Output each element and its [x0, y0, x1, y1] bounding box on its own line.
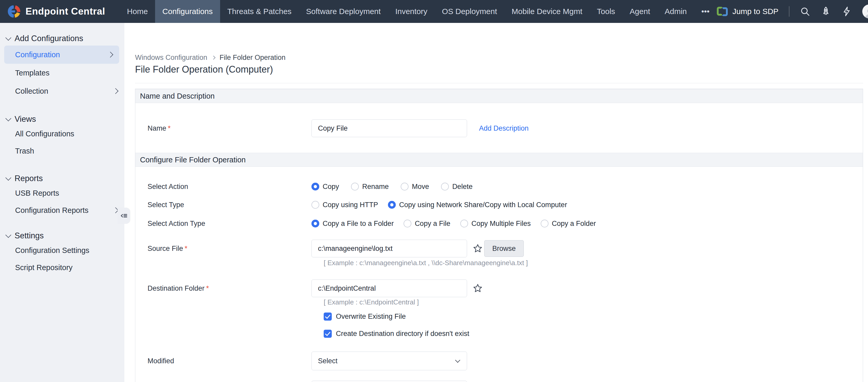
nav-right-cluster: Jump to SDP — [717, 0, 868, 23]
sidebar-section-settings[interactable]: Settings — [0, 230, 124, 242]
form-row-modified: Modified Select — [135, 352, 863, 370]
chevron-down-icon — [5, 116, 11, 122]
nav-item-tools[interactable]: Tools — [590, 0, 622, 23]
chevron-down-icon — [455, 357, 460, 363]
user-avatar[interactable] — [862, 4, 868, 19]
checkbox-overwrite-existing-file[interactable]: Overwrite Existing File — [324, 312, 406, 321]
nav-item-mobile-device-mgmt[interactable]: Mobile Device Mgmt — [504, 0, 590, 23]
chevron-right-icon — [113, 88, 119, 94]
collapse-sidebar-icon — [120, 212, 128, 220]
top-nav: Endpoint Central Home Configurations Thr… — [0, 0, 868, 23]
modified-label: Modified — [135, 357, 311, 365]
form-row-created: Created Select — [135, 381, 863, 382]
radio-icon — [404, 220, 411, 227]
radio-icon — [541, 220, 549, 227]
name-input[interactable] — [311, 120, 467, 137]
sidebar-section-reports[interactable]: Reports — [0, 172, 124, 185]
chevron-down-icon — [5, 175, 11, 181]
sidebar-collapse-button[interactable] — [118, 208, 130, 224]
sidebar-item-templates[interactable]: Templates — [0, 64, 124, 82]
radio-selected-icon — [311, 183, 319, 190]
form-row-select-action-type: Select Action Type Copy a File to a Fold… — [135, 215, 863, 232]
destination-folder-example-text: [ Example : c:\EndpointCentral ] — [324, 298, 419, 306]
sidebar: Add Configurations Configuration Templat… — [0, 23, 124, 382]
select-type-label: Select Type — [135, 201, 311, 209]
radio-move[interactable]: Move — [401, 183, 429, 191]
radio-icon — [351, 183, 359, 190]
radio-icon — [311, 201, 319, 209]
endpoint-central-logo-icon — [8, 5, 20, 18]
favorite-star-icon[interactable] — [473, 283, 483, 293]
page-title: File Folder Operation (Computer) — [135, 64, 273, 75]
form-panel: Name and Description Name* Add Descripti… — [135, 89, 863, 382]
sidebar-section-add-configurations[interactable]: Add Configurations — [0, 33, 124, 44]
chevron-right-icon — [107, 52, 114, 58]
radio-rename[interactable]: Rename — [351, 183, 389, 191]
select-action-label: Select Action — [135, 183, 311, 191]
search-icon[interactable] — [800, 6, 810, 17]
created-select[interactable]: Select — [311, 381, 467, 382]
nav-item-threats-patches[interactable]: Threats & Patches — [220, 0, 299, 23]
radio-copy-multiple-files[interactable]: Copy Multiple Files — [460, 220, 531, 228]
form-row-name: Name* Add Description — [135, 120, 863, 137]
sidebar-item-collection[interactable]: Collection — [0, 82, 124, 100]
checkbox-create-destination-directory[interactable]: Create Destination directory if doesn't … — [324, 329, 469, 338]
chevron-right-icon — [211, 56, 215, 60]
form-row-select-type: Select Type Copy using HTTP Copy using N… — [135, 196, 863, 214]
radio-selected-icon — [388, 201, 396, 209]
checkbox-checked-icon — [324, 330, 332, 338]
source-file-input[interactable] — [311, 240, 467, 257]
divider — [135, 83, 863, 83]
sidebar-item-configuration-reports[interactable]: Configuration Reports — [0, 202, 124, 219]
nav-item-admin[interactable]: Admin — [657, 0, 694, 23]
radio-selected-icon — [311, 220, 319, 227]
destination-folder-input[interactable] — [311, 280, 467, 297]
nav-item-configurations[interactable]: Configurations — [155, 0, 220, 23]
radio-copy-using-network-share[interactable]: Copy using Network Share/Copy with Local… — [388, 201, 567, 209]
nav-item-software-deployment[interactable]: Software Deployment — [299, 0, 388, 23]
divider — [789, 6, 789, 17]
jump-to-sdp-button[interactable]: Jump to SDP — [717, 6, 778, 17]
source-file-label: Source File* — [135, 245, 311, 253]
sidebar-item-configuration[interactable]: Configuration — [4, 45, 119, 64]
nav-item-os-deployment[interactable]: OS Deployment — [435, 0, 504, 23]
form-row-destination-folder: Destination Folder* — [135, 280, 863, 297]
breadcrumb-windows-configuration[interactable]: Windows Configuration — [135, 54, 207, 62]
section-header-configure: Configure File Folder Operation — [135, 153, 863, 167]
quick-actions-bolt-icon[interactable] — [841, 6, 852, 17]
modified-select[interactable]: Select — [311, 352, 467, 370]
sidebar-item-trash[interactable]: Trash — [0, 142, 124, 160]
sidebar-section-views[interactable]: Views — [0, 113, 124, 125]
nav-menu: Home Configurations Threats & Patches So… — [120, 0, 717, 23]
sidebar-item-configuration-settings[interactable]: Configuration Settings — [0, 242, 124, 259]
add-description-link[interactable]: Add Description — [479, 124, 529, 132]
destination-folder-label: Destination Folder* — [135, 284, 311, 292]
checkbox-checked-icon — [324, 313, 332, 321]
brand-name: Endpoint Central — [26, 6, 105, 17]
radio-copy-a-folder[interactable]: Copy a Folder — [541, 220, 596, 228]
nav-item-inventory[interactable]: Inventory — [388, 0, 435, 23]
chevron-down-icon — [5, 232, 11, 238]
whats-new-rocket-icon[interactable] — [820, 6, 831, 17]
radio-copy-file-to-folder[interactable]: Copy a File to a Folder — [311, 220, 394, 228]
required-asterisk: * — [168, 124, 171, 132]
radio-icon — [441, 183, 449, 190]
sidebar-item-usb-reports[interactable]: USB Reports — [0, 185, 124, 202]
source-file-example-text: [ Example : c:\manageengine\a.txt , \\dc… — [324, 259, 528, 267]
sdp-logo-icon — [717, 6, 728, 17]
radio-delete[interactable]: Delete — [441, 183, 472, 191]
radio-copy[interactable]: Copy — [311, 183, 339, 191]
nav-item-more[interactable]: ••• — [694, 0, 717, 23]
select-action-type-label: Select Action Type — [135, 220, 311, 228]
chevron-down-icon — [5, 35, 11, 41]
radio-copy-a-file[interactable]: Copy a File — [404, 220, 451, 228]
radio-icon — [460, 220, 468, 227]
browse-button[interactable]: Browse — [484, 240, 524, 257]
favorite-star-icon[interactable] — [473, 244, 483, 253]
sidebar-item-all-configurations[interactable]: All Configurations — [0, 125, 124, 142]
radio-copy-using-http[interactable]: Copy using HTTP — [311, 201, 378, 209]
nav-item-agent[interactable]: Agent — [622, 0, 657, 23]
nav-item-home[interactable]: Home — [120, 0, 155, 23]
brand[interactable]: Endpoint Central — [0, 0, 120, 23]
sidebar-item-script-repository[interactable]: Script Repository — [0, 259, 124, 276]
